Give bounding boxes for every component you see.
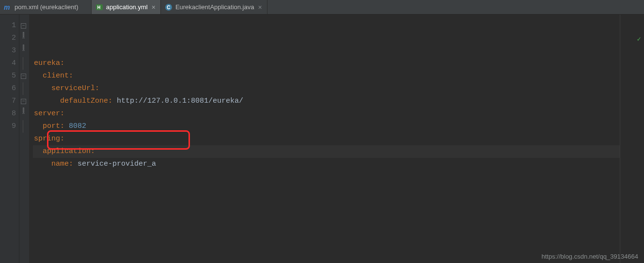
yaml-key: serviceUrl: [51, 84, 95, 93]
line-number: 5: [0, 70, 16, 82]
yaml-key: server: [34, 109, 60, 118]
colon: :: [60, 122, 69, 130]
code-line[interactable]: server:: [33, 108, 620, 120]
fold-guide: [19, 82, 29, 95]
maven-icon: m: [4, 3, 12, 11]
line-number: 3: [0, 45, 16, 57]
svg-text:m: m: [4, 3, 10, 11]
colon: :: [91, 147, 95, 155]
colon: :: [60, 109, 64, 118]
fold-toggle-icon[interactable]: [19, 45, 29, 57]
yaml-key: client: [43, 72, 69, 80]
code-line[interactable]: spring:: [33, 133, 620, 145]
tab-application-yml[interactable]: application.yml ×: [92, 0, 161, 14]
yaml-value: service-provider_a: [78, 160, 156, 168]
tab-eurekaclient-application-java[interactable]: C EurekaclientApplication.java ×: [161, 0, 267, 14]
line-number: 9: [0, 120, 16, 133]
code-editor[interactable]: 1 2 3 4 5 6 7 8 9 eureka: client: servic…: [0, 15, 644, 263]
colon: :: [69, 160, 78, 168]
line-number-gutter: 1 2 3 4 5 6 7 8 9: [0, 15, 19, 263]
code-line[interactable]: port: 8082: [33, 120, 620, 133]
yaml-key: port: [43, 122, 60, 130]
colon: :: [60, 59, 64, 67]
line-number: 2: [0, 32, 16, 45]
yaml-value: http://127.0.0.1:8081/eureka/: [117, 97, 243, 105]
java-class-icon: C: [165, 3, 173, 11]
line-number: 8: [0, 108, 16, 120]
yaml-key: application: [43, 147, 91, 155]
line-number: 4: [0, 57, 16, 70]
fold-toggle-icon[interactable]: [19, 32, 29, 45]
yaml-key: eureka: [34, 59, 60, 67]
code-line[interactable]: application:: [33, 145, 620, 158]
fold-toggle-icon[interactable]: [19, 19, 29, 32]
fold-gutter: [19, 15, 29, 263]
editor-right-strip: [620, 15, 644, 263]
code-line[interactable]: eureka:: [33, 57, 620, 70]
code-line[interactable]: name: service-provider_a: [33, 158, 620, 170]
svg-text:C: C: [167, 5, 170, 10]
fold-guide: [19, 120, 29, 133]
line-number: 6: [0, 82, 16, 95]
code-area[interactable]: eureka: client: serviceUrl: defaultZone:…: [29, 15, 620, 263]
colon: :: [95, 84, 99, 93]
code-line[interactable]: client:: [33, 70, 620, 82]
yaml-key: spring: [34, 135, 60, 143]
fold-toggle-icon[interactable]: [19, 108, 29, 120]
tab-bar: m pom.xml (eurekaclient) × application.y…: [0, 0, 644, 15]
code-line[interactable]: defaultZone: http://127.0.0.1:8081/eurek…: [33, 95, 620, 108]
code-line[interactable]: serviceUrl:: [33, 82, 620, 95]
tab-label: EurekaclientApplication.java: [175, 3, 254, 11]
ok-check-icon: ✓: [637, 33, 641, 46]
colon: :: [108, 97, 117, 105]
tab-label: pom.xml (eurekaclient): [15, 3, 79, 11]
line-number: 7: [0, 95, 16, 108]
yaml-icon: [95, 3, 103, 11]
fold-toggle-icon[interactable]: [19, 70, 29, 82]
yaml-value: 8082: [69, 122, 86, 130]
close-icon[interactable]: ×: [152, 4, 156, 11]
watermark-text: https://blog.csdn.net/qq_39134664: [542, 253, 639, 260]
yaml-key: defaultZone: [60, 97, 108, 105]
tab-pom-xml[interactable]: m pom.xml (eurekaclient) ×: [0, 0, 92, 14]
yaml-key: name: [51, 160, 69, 168]
fold-guide: [19, 57, 29, 70]
line-number: 1: [0, 19, 16, 32]
tab-label: application.yml: [106, 3, 148, 11]
fold-toggle-icon[interactable]: [19, 95, 29, 108]
colon: :: [69, 72, 73, 80]
colon: :: [60, 135, 64, 143]
close-icon[interactable]: ×: [258, 4, 262, 11]
